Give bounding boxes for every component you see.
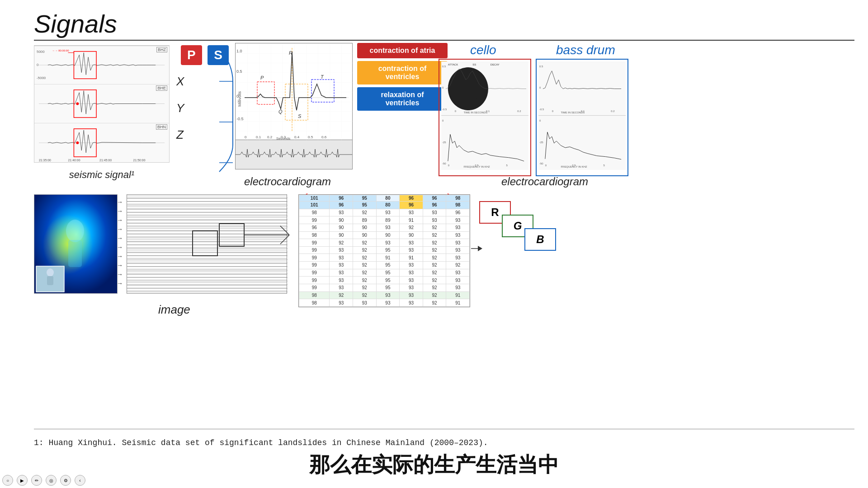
svg-point-9	[76, 103, 79, 105]
svg-text:-0.5: -0.5	[236, 117, 244, 121]
svg-line-104	[280, 226, 289, 235]
cello-label: cello	[470, 43, 496, 57]
cello-panel: 0.5 0 -0.5 ATTACK SS DECAY TIME IN SECON…	[439, 59, 531, 176]
gear-button[interactable]: ⚙	[60, 475, 71, 486]
svg-rect-89	[47, 276, 53, 285]
svg-text:→: →	[117, 271, 123, 278]
svg-text:-25: -25	[442, 141, 446, 144]
svg-text:ATTACK: ATTACK	[448, 63, 458, 66]
legend-contraction-ventricles: contraction of ventricles	[357, 61, 448, 84]
svg-text:21:50:00: 21:50:00	[133, 159, 146, 162]
svg-text:0.1: 0.1	[486, 110, 490, 113]
svg-line-105	[280, 235, 289, 244]
svg-marker-111	[478, 246, 482, 251]
seismic-caption: seismic signal¹	[34, 169, 170, 181]
scan-to-matrix-arrow	[244, 221, 303, 249]
svg-text:→: →	[117, 235, 123, 242]
svg-text:-25: -25	[539, 141, 543, 144]
svg-text:21:35:00: 21:35:00	[39, 159, 51, 162]
music-caption: electrocardiogram	[457, 175, 633, 188]
pencil-button[interactable]: ✏	[31, 475, 42, 486]
target-button[interactable]: ◎	[46, 475, 57, 486]
title-divider	[34, 40, 854, 41]
svg-point-53	[459, 67, 477, 110]
bass-drum-panel: 0.5 0 -0.5 TIME IN SECONDS 0 0.1 0.2 0 -…	[536, 59, 628, 176]
bass-drum-label: bass drum	[556, 43, 615, 57]
footer-rule	[34, 429, 854, 429]
svg-text:0.5: 0.5	[539, 65, 543, 68]
legend-contraction-atria: contraction of atria	[357, 43, 448, 58]
svg-text:1.0: 1.0	[236, 49, 242, 53]
cello-spectrum: 0 -25 -50 FREQUENCY IN KHZ 0 2.5 5	[441, 116, 528, 170]
svg-text:0.1: 0.1	[256, 135, 261, 139]
ecg-caption: electrocardiogram	[244, 175, 331, 188]
legend-relaxation-ventricles: relaxation of ventricles	[357, 87, 448, 111]
ecg-chart: 1.0 0.5 0 -0.5 Millivolts P Q R S	[235, 43, 353, 140]
chevron-left-button[interactable]: ‹	[75, 475, 85, 486]
svg-point-84	[66, 220, 84, 242]
cello-waveform: 0.5 0 -0.5 ATTACK SS DECAY TIME IN SECON…	[441, 61, 528, 116]
svg-rect-58	[441, 117, 528, 169]
svg-text:0.1: 0.1	[581, 110, 585, 113]
svg-text:-50: -50	[442, 162, 446, 165]
svg-text:0.5: 0.5	[442, 65, 446, 68]
image-caption: image	[158, 303, 190, 317]
bass-waveform: 0.5 0 -0.5 TIME IN SECONDS 0 0.1 0.2	[538, 61, 626, 116]
seismic-chart: BHZ 5000 0 -5000 ←→ 80:00:00 BHE	[34, 45, 170, 163]
svg-text:→: →	[117, 216, 123, 224]
ps-xyz-connector	[179, 45, 237, 172]
matrix-to-rgb-arrow	[471, 244, 482, 258]
svg-text:0.2: 0.2	[517, 110, 521, 113]
ecg-panel: 1.0 0.5 0 -0.5 Millivolts P Q R S	[235, 43, 353, 169]
svg-rect-85	[68, 240, 82, 267]
svg-text:2.5: 2.5	[475, 164, 479, 167]
svg-text:-0.5: -0.5	[442, 108, 447, 111]
subtitle-chinese: 那么在实际的生产生活当中	[309, 451, 559, 479]
b-box: B	[524, 228, 556, 251]
bottom-controls: ○ ▶ ✏ ◎ ⚙ ‹	[2, 475, 85, 486]
svg-text:P: P	[260, 75, 264, 80]
svg-text:0: 0	[37, 63, 39, 67]
svg-text:→: →	[117, 198, 123, 206]
svg-text:0.5: 0.5	[236, 69, 242, 74]
svg-point-88	[47, 268, 54, 277]
svg-text:-0.5: -0.5	[539, 108, 544, 111]
svg-text:-50: -50	[539, 162, 543, 165]
svg-text:←→ 80:00:00: ←→ 80:00:00	[52, 49, 69, 52]
svg-text:-5000: -5000	[37, 76, 46, 80]
svg-text:TIME IN SECONDS: TIME IN SECONDS	[463, 111, 487, 114]
svg-text:DECAY: DECAY	[491, 63, 500, 66]
svg-text:0.5: 0.5	[308, 135, 313, 139]
ecg-legend: contraction of atria contraction of vent…	[357, 43, 448, 113]
svg-text:0.4: 0.4	[294, 135, 300, 139]
svg-text:Q: Q	[278, 109, 283, 114]
play-button[interactable]: ▶	[17, 475, 28, 486]
svg-text:21:40:00: 21:40:00	[68, 159, 80, 162]
svg-text:21:45:00: 21:45:00	[99, 159, 112, 162]
pixel-matrix: 101969580969698 101969580969698 98939293…	[298, 194, 470, 307]
svg-text:S: S	[298, 113, 302, 119]
ecg-strip	[235, 140, 353, 169]
svg-text:→: →	[117, 244, 123, 251]
circle-button[interactable]: ○	[2, 475, 13, 486]
svg-rect-74	[538, 117, 626, 169]
scan-arrows: → → → → → → → → → →	[114, 194, 128, 294]
svg-text:2.5: 2.5	[572, 164, 576, 167]
bass-spectrum: 0 -25 -50 FREQUENCY IN KHZ 0 2.5 5	[538, 116, 626, 170]
image-panel	[34, 194, 118, 294]
svg-text:→: →	[117, 225, 123, 233]
svg-text:→: →	[117, 207, 123, 215]
page-title: Signals	[34, 9, 117, 38]
svg-text:0.2: 0.2	[267, 135, 273, 139]
seismic-row-bhn: BHN 21:35:00 21:40:00 21:45:00 21:50:00	[34, 123, 169, 162]
footnote: 1: Huang Xinghui. Seismic data set of si…	[34, 438, 488, 447]
svg-point-12	[76, 141, 79, 144]
svg-text:Millivolts: Millivolts	[237, 91, 242, 107]
svg-text:0.6: 0.6	[321, 135, 327, 139]
svg-text:→: →	[117, 280, 123, 287]
svg-text:→: →	[117, 262, 123, 269]
svg-text:SS: SS	[472, 63, 476, 66]
seismic-row-bhz: BHZ 5000 0 -5000 ←→ 80:00:00	[34, 46, 169, 84]
seismic-row-bhe: BHE	[34, 84, 169, 123]
svg-text:0.2: 0.2	[611, 110, 614, 113]
